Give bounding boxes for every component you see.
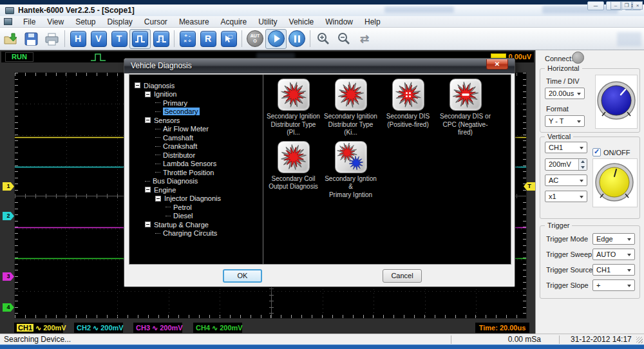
tree-node-primary[interactable]: Primary — [135, 99, 261, 108]
diag-option-coil-output[interactable]: Secondary CoilOutput Diagnosis — [265, 141, 322, 200]
tree-node-charging-circuits[interactable]: Charging Circuits — [135, 229, 261, 238]
channel-readout-ch4[interactable]: CH4∿200mV — [193, 323, 242, 333]
pause-button[interactable] — [287, 29, 307, 48]
tree-node-air-flow-meter[interactable]: Air Flow Meter — [135, 125, 261, 134]
horizontal-knob[interactable] — [596, 80, 636, 120]
menu-item-display[interactable]: Display — [102, 16, 138, 28]
single-waveform-button[interactable] — [131, 30, 149, 48]
tree-node-diagnosis[interactable]: Diagnosis — [135, 81, 261, 90]
collapse-icon[interactable] — [155, 196, 161, 202]
dialog-close-button[interactable]: ✕ — [486, 59, 508, 70]
minimize-button[interactable] — [587, 1, 604, 10]
diag-option-distributor-king[interactable]: Secondary IgnitionDistributor Type (Ki..… — [322, 79, 379, 137]
zoom-in-button[interactable] — [314, 29, 333, 48]
channel-readout-ch1[interactable]: CH1∿200mV — [14, 323, 63, 333]
ch4-position-marker[interactable]: 4 — [3, 303, 14, 312]
resize-grip[interactable] — [636, 337, 643, 343]
tree-node-camshaft[interactable]: Camshaft — [135, 133, 261, 142]
horizontal-group-title: Horizontal — [545, 64, 582, 72]
self-calibration-button[interactable]: ⇄ — [355, 29, 374, 48]
collapse-icon[interactable] — [145, 187, 151, 193]
tree-node-throttle-position[interactable]: Throttle Position — [135, 168, 261, 177]
menu-item-measure[interactable]: Measure — [173, 16, 215, 28]
ch2-position-marker[interactable]: 2 — [3, 212, 14, 220]
tree-node-petrol[interactable]: Petrol — [135, 203, 261, 212]
menu-item-utility[interactable]: Utility — [252, 16, 283, 28]
trigger-system-button[interactable]: T — [109, 29, 129, 48]
auto-setup-button[interactable]: AUTO — [245, 29, 265, 48]
h-icon: H — [70, 31, 86, 47]
menu-item-acquire[interactable]: Acquire — [215, 16, 253, 28]
ch3-position-marker[interactable]: 3 — [3, 272, 14, 281]
timediv-select[interactable]: 20.00us — [545, 88, 585, 99]
channel-select[interactable]: CH1 — [545, 142, 587, 153]
print-button[interactable] — [42, 29, 61, 48]
channel-readout-ch2[interactable]: CH2∿200mV — [74, 323, 123, 333]
menu-item-vehicle[interactable]: Vehicle — [283, 16, 320, 28]
tree-node-sensors[interactable]: Sensors — [135, 116, 261, 125]
tree-node-bus-diagnosis[interactable]: Bus Diagnosis — [135, 177, 261, 186]
trigger-sweep-select[interactable]: AUTO — [592, 249, 635, 260]
coupling-select[interactable]: AC — [545, 174, 587, 186]
spark-dual-icon — [335, 141, 367, 173]
tree-node-diesel[interactable]: Diesel — [135, 212, 261, 221]
vertical-knob[interactable] — [594, 162, 634, 202]
cursor-measure-button[interactable] — [219, 29, 238, 48]
cursor-icon — [221, 31, 237, 47]
trigger-source-select[interactable]: CH1 — [592, 264, 635, 276]
mdi-minimize-button[interactable] — [611, 1, 621, 10]
menu-item-help[interactable]: Help — [359, 16, 386, 28]
tree-node-injector-diagnosis[interactable]: Injector Diagnonis — [135, 194, 261, 203]
tree-node-distributor[interactable]: Distributor — [135, 151, 261, 160]
channel-onoff-checkbox[interactable] — [592, 148, 601, 156]
diag-option-distributor-planar[interactable]: Secondary IgnitionDistributor Type (Pl..… — [265, 79, 322, 137]
diag-option-dis-positive[interactable]: Secondary DIS(Positive-fired) — [379, 79, 437, 137]
dialog-footer: OK Cancel — [124, 265, 515, 288]
math-button[interactable]: + -× ÷ — [178, 29, 197, 48]
collapse-icon[interactable] — [145, 91, 151, 97]
menu-item-view[interactable]: View — [41, 16, 70, 28]
volts-div-spinner[interactable]: 200mV — [545, 158, 587, 171]
ok-button[interactable]: OK — [223, 269, 262, 283]
menu-item-cursor[interactable]: Cursor — [138, 16, 173, 28]
mdi-restore-button[interactable] — [621, 1, 632, 10]
mdi-close-button[interactable] — [632, 1, 643, 10]
format-select[interactable]: Y - T — [545, 115, 585, 127]
dialog-titlebar[interactable]: Vehicle Diagnosis ✕ — [124, 59, 515, 73]
vertical-system-button[interactable]: V — [89, 29, 108, 48]
timebase-readout: Time: 20.00us — [475, 323, 529, 333]
connect-indicator[interactable] — [572, 52, 584, 64]
diagnosis-options: Secondary IgnitionDistributor Type (Pl..… — [265, 79, 511, 203]
zoom-out-button[interactable] — [334, 29, 354, 48]
tree-node-crankshaft[interactable]: Crankshaft — [135, 142, 261, 151]
spinner-arrows[interactable] — [578, 159, 587, 170]
collapse-icon[interactable] — [145, 117, 151, 123]
menu-item-file[interactable]: File — [17, 16, 41, 28]
dual-waveform-button[interactable] — [151, 29, 171, 48]
open-button[interactable] — [1, 29, 20, 48]
run-play-button[interactable] — [267, 30, 285, 48]
tree-node-startup-charge[interactable]: Startup & Charge — [135, 220, 261, 229]
menu-item-setup[interactable]: Setup — [70, 16, 101, 28]
reference-button[interactable]: R — [198, 29, 218, 48]
watermark-blur — [384, 6, 454, 13]
collapse-icon[interactable] — [135, 82, 140, 88]
trigger-mode-select[interactable]: Edge — [592, 233, 635, 245]
horizontal-system-button[interactable]: H — [68, 29, 88, 48]
tree-node-ignition[interactable]: Ignition — [135, 90, 261, 99]
menu-item-window[interactable]: Window — [319, 16, 359, 28]
collapse-icon[interactable] — [145, 222, 151, 227]
ch1-position-marker[interactable]: 1 — [3, 182, 14, 191]
diag-option-secondary-primary[interactable]: Secondary Igntion &Primary Igntion — [322, 141, 379, 200]
channel-readout-ch3[interactable]: CH3∿200mV — [133, 323, 182, 333]
watermark-blur — [617, 32, 641, 46]
tree-node-secondary[interactable]: Secondary — [135, 108, 261, 117]
probe-select[interactable]: x1 — [545, 191, 587, 202]
trigger-slope-select[interactable]: + — [592, 279, 635, 291]
format-label: Format — [546, 105, 569, 113]
tree-node-engine[interactable]: Engine — [135, 185, 261, 194]
diag-option-dis-negative[interactable]: Secondary DIS orCPC (Negative-fired) — [437, 79, 494, 137]
tree-node-lambda-sensors[interactable]: Lambda Sensors — [135, 160, 261, 169]
save-button[interactable] — [21, 29, 41, 48]
cancel-button[interactable]: Cancel — [383, 269, 422, 283]
